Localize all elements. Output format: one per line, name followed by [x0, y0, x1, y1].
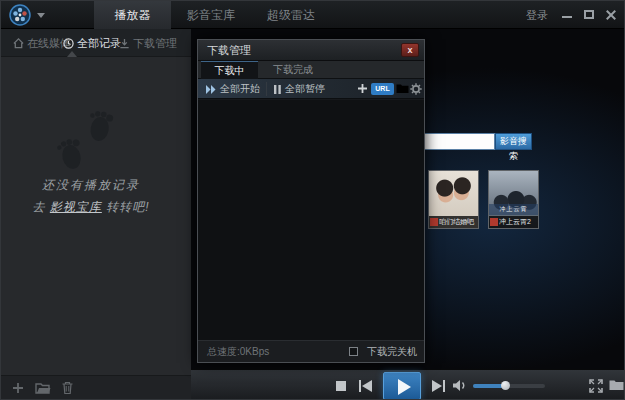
- playback-controlbar: [191, 369, 625, 400]
- speaker-icon: [453, 379, 467, 392]
- folder-icon: [396, 83, 409, 94]
- minimize-button[interactable]: [556, 1, 578, 29]
- next-icon: [443, 380, 445, 392]
- home-icon: [13, 38, 24, 49]
- clock-icon: [63, 38, 74, 49]
- hot-badge-icon: [490, 218, 498, 226]
- pause-all-button[interactable]: 全部暂停: [274, 79, 325, 99]
- trash-icon: [61, 381, 74, 395]
- previous-icon: [362, 380, 372, 392]
- delete-button[interactable]: [61, 381, 77, 397]
- plus-icon: [357, 83, 368, 94]
- hint-suffix: 转转吧!: [102, 200, 150, 214]
- dialog-title: 下载管理: [207, 40, 251, 61]
- tab-downloading[interactable]: 下载中: [201, 61, 258, 79]
- minimize-icon: [562, 16, 572, 18]
- download-icon: [119, 38, 130, 49]
- previous-button[interactable]: [359, 379, 375, 393]
- play-icon: [398, 379, 411, 395]
- sidebar-tab-strip: 在线媒体 全部记录 下载管理: [1, 29, 191, 57]
- sidebar-tab-download-manager[interactable]: 下载管理: [119, 29, 177, 57]
- download-settings-button[interactable]: [410, 83, 422, 95]
- start-all-icon: [206, 85, 216, 94]
- total-speed-text: 总速度:0KBps: [207, 341, 269, 363]
- pause-all-icon: [274, 85, 281, 94]
- search-button[interactable]: 影音搜索: [495, 133, 532, 150]
- plus-icon: [11, 381, 25, 395]
- maximize-button[interactable]: [578, 1, 600, 29]
- pause-all-label: 全部暂停: [285, 82, 325, 96]
- tab-player[interactable]: 播放器: [94, 1, 171, 29]
- maximize-icon: [584, 10, 594, 19]
- add-media-button[interactable]: [11, 381, 27, 397]
- toolbar-divider: [266, 82, 267, 96]
- previous-icon: [359, 380, 361, 392]
- tab-download-complete[interactable]: 下载完成: [258, 61, 328, 79]
- app-window: 播放器 影音宝库 超级雷达 登录 在线媒体: [0, 0, 625, 400]
- login-link[interactable]: 登录: [526, 1, 548, 29]
- empty-history-text: 还没有播放记录: [1, 177, 181, 194]
- titlebar: 播放器 影音宝库 超级雷达 登录: [1, 1, 625, 29]
- download-manager-dialog: 下载管理 x 下载中 下载完成 全部开始 全部暂停: [197, 39, 425, 363]
- volume-button[interactable]: [453, 379, 467, 392]
- playlist-folder-button[interactable]: [609, 379, 624, 391]
- movie-poster[interactable]: 冲上云霄 冲上云霄2: [488, 170, 539, 229]
- download-list-empty[interactable]: [198, 100, 424, 342]
- add-task-button[interactable]: [357, 83, 368, 94]
- poster-caption: 冲上云霄2: [489, 216, 538, 228]
- shutdown-checkbox[interactable]: [349, 347, 358, 356]
- sidebar-tab-label: 全部记录: [77, 29, 121, 57]
- dialog-tab-strip: 下载中 下载完成: [198, 61, 424, 79]
- next-button[interactable]: [429, 379, 445, 393]
- hint-prefix: 去: [32, 200, 49, 214]
- movie-poster[interactable]: 咱们结婚吧: [428, 170, 479, 229]
- start-all-button[interactable]: 全部开始: [206, 79, 260, 99]
- next-icon: [432, 380, 442, 392]
- tab-super-radar[interactable]: 超级雷达: [251, 1, 331, 29]
- logo-menu-caret-icon[interactable]: [37, 13, 45, 18]
- tab-media-library[interactable]: 影音宝库: [171, 1, 251, 29]
- dialog-statusbar: 总速度:0KBps 下载完关机: [198, 340, 424, 362]
- start-all-label: 全部开始: [220, 82, 260, 96]
- folder-icon: [609, 379, 624, 391]
- add-url-button[interactable]: URL: [371, 83, 394, 95]
- poster-title: 冲上云霄2: [499, 217, 537, 227]
- gear-icon: [410, 83, 422, 95]
- download-folder-button[interactable]: [396, 83, 409, 94]
- volume-slider[interactable]: [473, 384, 545, 388]
- sidebar: 在线媒体 全部记录 下载管理: [1, 29, 191, 400]
- poster-caption: 咱们结婚吧: [429, 216, 478, 228]
- dialog-toolbar: 全部开始 全部暂停 URL: [198, 79, 424, 99]
- fullscreen-button[interactable]: [589, 379, 603, 393]
- open-folder-button[interactable]: [35, 381, 51, 397]
- media-library-link[interactable]: 影视宝库: [50, 200, 102, 214]
- empty-history-hint: 去 影视宝库 转转吧!: [1, 199, 181, 216]
- volume-knob[interactable]: [501, 381, 510, 390]
- dialog-close-button[interactable]: x: [401, 43, 419, 57]
- active-tab-notch: [67, 51, 77, 57]
- sidebar-tab-label: 下载管理: [133, 29, 177, 57]
- folder-open-icon: [35, 381, 51, 395]
- footprints-graphic: [53, 105, 119, 175]
- app-logo-icon[interactable]: [9, 4, 31, 26]
- hot-badge-icon: [430, 218, 438, 226]
- play-button[interactable]: [383, 372, 421, 400]
- dialog-titlebar[interactable]: 下载管理 x: [198, 40, 424, 61]
- sidebar-bottom-toolbar: [1, 375, 191, 400]
- stop-button[interactable]: [336, 381, 346, 391]
- close-button[interactable]: [600, 1, 622, 29]
- poster-band-text: 冲上云霄: [489, 204, 538, 215]
- shutdown-checkbox-label: 下载完关机: [367, 341, 417, 363]
- fullscreen-icon: [589, 379, 603, 393]
- poster-title: 咱们结婚吧: [439, 217, 477, 227]
